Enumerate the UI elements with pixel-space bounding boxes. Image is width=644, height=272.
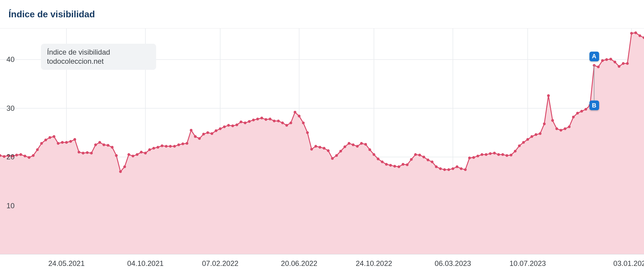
svg-point-77 [269,117,271,120]
svg-point-71 [244,121,247,124]
svg-point-16 [15,154,18,156]
svg-point-83 [293,111,296,114]
svg-point-69 [236,124,238,126]
svg-point-149 [568,125,571,128]
svg-point-21 [36,148,39,151]
svg-point-120 [447,168,450,171]
svg-point-141 [535,133,537,136]
svg-point-86 [306,131,309,134]
svg-point-138 [522,141,525,144]
svg-point-118 [439,167,442,170]
svg-point-153 [585,108,587,110]
svg-point-95 [344,145,346,148]
svg-point-22 [40,142,43,145]
svg-point-145 [551,119,554,122]
svg-point-84 [298,115,300,117]
svg-point-113 [418,154,421,156]
svg-point-44 [132,155,134,157]
svg-point-50 [156,146,159,149]
x-tick-label: 24.05.2021 [48,259,85,268]
svg-point-49 [153,147,155,150]
svg-point-117 [435,165,438,168]
svg-point-99 [360,142,363,145]
x-axis-labels: 24.05.202104.10.202107.02.202220.06.2022… [0,254,644,272]
y-tick-label: 30 [2,104,15,113]
svg-point-45 [136,153,139,156]
svg-point-126 [472,156,475,159]
svg-point-130 [489,152,491,155]
svg-point-32 [82,152,85,155]
svg-point-23 [44,138,47,141]
svg-point-82 [290,121,292,124]
svg-point-56 [181,142,184,145]
svg-point-67 [227,124,230,127]
x-tick-label: 24.10.2022 [356,259,392,268]
svg-point-48 [148,148,151,151]
svg-point-140 [531,135,533,138]
svg-point-91 [327,149,330,152]
svg-point-57 [186,142,188,145]
svg-point-66 [223,125,226,128]
svg-point-111 [410,158,413,161]
svg-point-76 [265,118,267,121]
svg-point-68 [231,124,234,127]
svg-point-20 [32,154,35,157]
svg-point-163 [626,62,629,65]
svg-point-156 [597,66,600,68]
y-tick-label: 10 [2,202,15,210]
x-tick-label: 20.06.2022 [281,259,317,268]
svg-point-63 [210,132,213,135]
svg-point-127 [476,155,479,157]
svg-point-150 [572,116,575,118]
svg-point-60 [198,137,201,140]
chart-legend: Índice de visibilidad todocoleccion.net [41,44,156,70]
svg-point-164 [630,32,633,35]
svg-point-55 [177,144,180,146]
svg-point-64 [215,129,217,132]
svg-point-110 [406,163,408,166]
svg-point-106 [389,164,392,167]
svg-point-101 [368,148,371,151]
svg-point-136 [514,150,517,152]
svg-point-41 [119,170,122,173]
legend-title: Índice de visibilidad [47,48,150,56]
svg-point-85 [302,121,305,124]
svg-point-24 [49,136,51,139]
svg-point-96 [348,142,351,145]
svg-point-72 [248,120,251,123]
svg-point-137 [518,144,521,147]
svg-point-33 [86,151,89,154]
svg-point-78 [273,120,276,122]
svg-point-87 [310,148,313,151]
svg-point-102 [373,153,375,156]
svg-point-123 [460,167,463,170]
svg-point-26 [57,142,59,145]
marker-b-badge[interactable]: B [589,100,599,110]
svg-point-151 [576,112,579,114]
svg-point-47 [144,152,147,155]
svg-point-161 [618,65,620,68]
svg-point-74 [256,117,259,120]
svg-point-30 [73,138,76,141]
svg-point-59 [194,135,197,138]
svg-point-159 [609,58,612,60]
svg-point-29 [69,140,72,143]
svg-point-89 [319,146,321,149]
svg-point-27 [61,141,64,144]
y-tick-label: 40 [2,55,15,64]
chart-header: Índice de visibilidad [0,0,644,29]
svg-point-147 [559,129,562,131]
svg-point-135 [510,154,512,156]
svg-point-121 [451,167,454,170]
svg-point-107 [393,165,396,168]
svg-point-114 [422,156,425,158]
marker-a-badge[interactable]: A [589,52,599,61]
svg-point-19 [28,156,30,159]
svg-point-62 [206,131,209,134]
svg-point-93 [335,154,338,157]
svg-point-122 [456,165,458,168]
svg-point-152 [580,110,583,113]
svg-point-128 [481,153,483,156]
chart-area[interactable]: Índice de visibilidad todocoleccion.net … [0,29,644,272]
svg-point-115 [427,158,429,161]
